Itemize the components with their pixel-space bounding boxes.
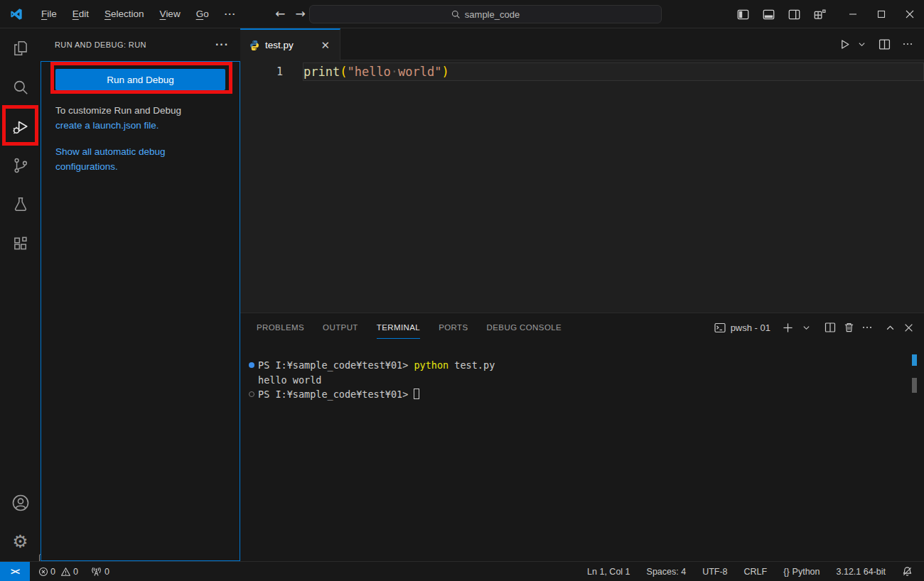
play-icon	[839, 38, 851, 50]
bell-slash-icon	[902, 566, 913, 577]
status-bar-left: 0 0 0	[37, 564, 111, 580]
code-line-content: print("hello·world")	[303, 63, 924, 81]
toggle-panel-icon[interactable]	[759, 5, 778, 23]
token-function: print	[303, 65, 340, 79]
line-number: 1	[240, 65, 283, 78]
tab-terminal[interactable]: TERMINAL	[367, 313, 429, 342]
tab-problems[interactable]: PROBLEMS	[247, 313, 313, 342]
error-circle-icon	[38, 567, 48, 577]
indentation-status[interactable]: Spaces: 4	[645, 564, 688, 580]
activity-search[interactable]	[0, 67, 41, 107]
terminal-line-3: PS I:¥sample_code¥test¥01>	[240, 387, 924, 402]
vscode-logo-icon	[9, 7, 23, 21]
magnifier-icon	[11, 78, 30, 97]
terminal-view[interactable]: PS I:¥sample_code¥test¥01> python test.p…	[240, 342, 924, 402]
menu-selection[interactable]: Selection	[98, 6, 151, 22]
eol-status[interactable]: CRLF	[743, 564, 769, 580]
tab-test-py[interactable]: test.py ✕	[240, 28, 340, 60]
search-value: sample_code	[465, 9, 520, 20]
tab-debug-console[interactable]: DEBUG CONSOLE	[478, 313, 571, 342]
editor-tab-bar: test.py ✕	[240, 28, 924, 60]
encoding-status[interactable]: UTF-8	[701, 564, 729, 580]
close-window-button[interactable]	[896, 0, 924, 28]
menu-edit[interactable]: Edit	[66, 6, 95, 22]
remote-indicator[interactable]: ><	[0, 562, 30, 581]
run-and-debug-button[interactable]: Run and Debug	[55, 69, 225, 90]
show-debug-configurations-link[interactable]: Show all automatic debug configurations.	[55, 144, 198, 174]
tabbar-filler	[340, 28, 924, 60]
split-terminal-icon[interactable]	[822, 319, 839, 336]
token-string-2: world"	[398, 65, 441, 79]
code-editor[interactable]: 1 print("hello·world")	[240, 60, 924, 313]
code-line-1: 1 print("hello·world")	[240, 63, 924, 81]
token-paren-open: (	[340, 65, 347, 79]
account-button[interactable]	[0, 483, 41, 522]
panel-more-actions-ellipsis-icon[interactable]	[859, 319, 876, 336]
terminal-scrollbar-thumb[interactable]	[912, 378, 917, 393]
tab-output[interactable]: OUTPUT	[313, 313, 367, 342]
forward-arrow-icon[interactable]: →	[295, 8, 305, 20]
language-label: Python	[793, 567, 820, 577]
activity-run-and-debug[interactable]	[0, 107, 41, 146]
tab-ports[interactable]: PORTS	[429, 313, 477, 342]
run-dropdown-chevron-icon[interactable]	[856, 36, 868, 53]
braces-icon: {}	[783, 567, 789, 577]
close-panel-icon[interactable]	[900, 319, 917, 336]
kill-terminal-trash-icon[interactable]	[840, 319, 857, 336]
error-count: 0	[50, 567, 55, 577]
menu-view[interactable]: View	[154, 6, 187, 22]
status-bar: >< 0 0 0 Ln 1, Col 1 Spaces: 4 UTF-8 CRL…	[0, 561, 924, 581]
create-launch-json-link[interactable]: create a launch.json file.	[55, 118, 225, 133]
split-editor-button[interactable]	[876, 36, 893, 53]
panel-actions: pwsh - 01	[714, 319, 924, 336]
token-whitespace-dot: ·	[391, 65, 398, 79]
ports-count: 0	[104, 567, 109, 577]
squares-icon	[11, 234, 30, 253]
token-string-1: "hello	[347, 65, 390, 79]
branch-icon	[11, 156, 30, 175]
split-editor-icon	[879, 38, 891, 50]
person-circle-icon	[11, 493, 31, 513]
terminal-icon	[714, 322, 726, 333]
prompt-decoration[interactable]	[249, 391, 254, 397]
forwarded-ports-status[interactable]: 0	[90, 564, 111, 580]
customize-layout-icon[interactable]	[810, 5, 829, 23]
minimize-button[interactable]	[839, 0, 867, 28]
sidebar-header: RUN AND DEBUG: RUN ···	[41, 28, 240, 61]
menu-overflow-ellipsis-icon[interactable]: ···	[218, 6, 243, 22]
menu-go[interactable]: Go	[190, 6, 215, 22]
play-with-bug-icon	[11, 116, 31, 136]
cursor-position-status[interactable]: Ln 1, Col 1	[586, 564, 631, 580]
activity-source-control[interactable]	[0, 146, 41, 185]
terminal-profiles-chevron-icon[interactable]	[797, 319, 815, 336]
bottom-panel: PROBLEMS OUTPUT TERMINAL PORTS DEBUG CON…	[240, 313, 924, 561]
run-python-file-button[interactable]	[837, 36, 853, 53]
activity-extensions[interactable]	[0, 224, 41, 263]
terminal-instance-chip[interactable]: pwsh - 01	[714, 322, 770, 333]
new-terminal-plus-icon[interactable]	[779, 319, 796, 336]
back-arrow-icon[interactable]: ←	[275, 8, 285, 20]
maximize-panel-chevron-up-icon[interactable]	[881, 319, 898, 336]
notifications-bell[interactable]	[901, 564, 914, 580]
terminal-instance-label: pwsh - 01	[731, 322, 770, 333]
activity-testing[interactable]	[0, 185, 41, 224]
tab-close-icon[interactable]: ✕	[318, 38, 333, 53]
history-nav: ← →	[275, 8, 306, 20]
editor-more-actions-ellipsis-icon[interactable]	[900, 36, 915, 53]
terminal-cursor	[414, 389, 419, 399]
problems-status[interactable]: 0 0	[37, 564, 80, 580]
activity-explorer[interactable]	[0, 28, 41, 67]
menu-file[interactable]: File	[35, 6, 63, 22]
views-more-actions-ellipsis-icon[interactable]: ···	[213, 38, 232, 51]
window-controls	[839, 0, 924, 28]
settings-button[interactable]: ⚙	[0, 522, 41, 561]
toggle-secondary-sidebar-icon[interactable]	[785, 5, 803, 23]
command-center-search[interactable]: sample_code	[309, 5, 662, 23]
toggle-sidebar-icon[interactable]	[734, 5, 752, 23]
python-interpreter-status[interactable]: 3.12.1 64-bit	[835, 564, 888, 580]
command-success-decoration[interactable]	[249, 362, 254, 368]
terminal-output: hello world	[258, 374, 321, 386]
terminal-line-2: hello world	[240, 373, 924, 388]
maximize-button[interactable]	[867, 0, 896, 28]
language-mode-status[interactable]: {}Python	[782, 564, 821, 580]
